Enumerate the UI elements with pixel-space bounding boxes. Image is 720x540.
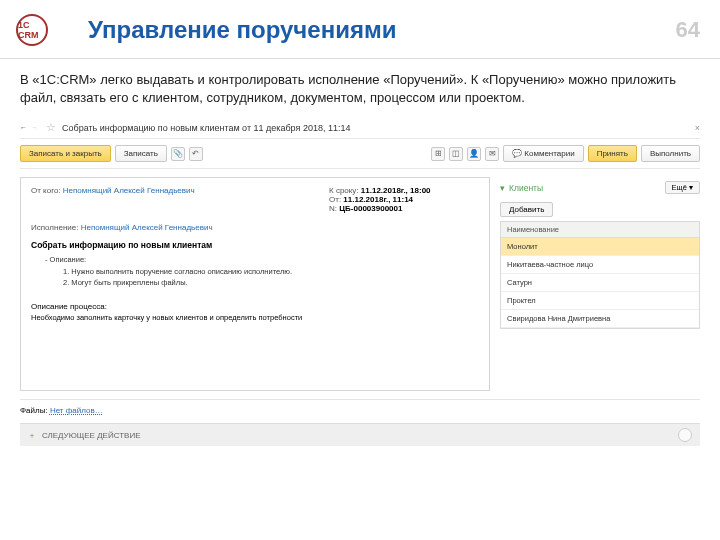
from-date-label: От: (329, 195, 341, 204)
relations-icon[interactable]: ◫ (449, 147, 463, 161)
footer-bar: ＋ СЛЕДУЮЩЕЕ ДЕЙСТВИЕ (20, 423, 700, 446)
clients-title: Клиенты (509, 183, 665, 193)
footer-status-icon[interactable] (678, 428, 692, 442)
num-value: ЦБ-00003900001 (339, 204, 402, 213)
clients-th: Наименование (501, 222, 699, 238)
close-icon[interactable]: × (695, 123, 700, 133)
num-label: N: (329, 204, 337, 213)
footer-label: СЛЕДУЮЩЕЕ ДЕЙСТВИЕ (42, 431, 141, 440)
table-row[interactable]: Никитаева-частное лицо (501, 256, 699, 274)
add-button[interactable]: Добавить (500, 202, 553, 217)
history-icon[interactable]: ↶ (189, 147, 203, 161)
toolbar: Записать и закрыть Записать 📎 ↶ ⊞ ◫ 👤 ✉ … (20, 139, 700, 169)
exec-label: Исполнение: (31, 223, 78, 232)
table-row[interactable]: Проктел (501, 292, 699, 310)
more-button[interactable]: Ещё ▾ (665, 181, 700, 194)
attach-icon[interactable]: 📎 (171, 147, 185, 161)
nav-back-icon[interactable]: ← (20, 124, 27, 131)
collapse-icon[interactable]: ▾ (500, 183, 505, 193)
process-label: Описание процесса: (31, 302, 479, 311)
table-row[interactable]: Монолит (501, 238, 699, 256)
separator (20, 399, 700, 400)
desc-label: - Описание: (45, 254, 479, 265)
task-card: От кого: Непомнящий Алексей Геннадьевич … (20, 177, 490, 391)
mail-icon[interactable]: ✉ (485, 147, 499, 161)
favorite-icon[interactable]: ☆ (46, 121, 56, 134)
clients-panel: ▾ Клиенты Ещё ▾ Добавить Наименование Мо… (500, 177, 700, 391)
files-link[interactable]: Нет файлов… (50, 406, 103, 415)
nav-forward-icon[interactable]: → (31, 124, 38, 131)
divider (0, 58, 720, 59)
logo: 1C CRM (16, 14, 48, 46)
page-title: Управление поручениями (88, 16, 676, 44)
plus-icon[interactable]: ＋ (28, 430, 36, 441)
task-subject: Собрать информацию по новым клиентам (31, 240, 479, 250)
window-title-bar: ← → ☆ Собрать информацию по новым клиент… (20, 117, 700, 139)
hierarchy-icon[interactable]: ⊞ (431, 147, 445, 161)
process-value: Необходимо заполнить карточку у новых кл… (31, 313, 479, 322)
deadline-value: 11.12.2018г., 18:00 (361, 186, 431, 195)
task-description: - Описание: 1. Нужно выполнить поручение… (45, 254, 479, 288)
comments-button[interactable]: 💬Комментарии (503, 145, 583, 162)
app-window: ← → ☆ Собрать информацию по новым клиент… (0, 117, 720, 456)
deadline-label: К сроку: (329, 186, 359, 195)
clients-table: Наименование Монолит Никитаева-частное л… (500, 221, 700, 329)
from-date-value: 11.12.2018г., 11:14 (343, 195, 413, 204)
desc-item: 1. Нужно выполнить поручение согласно оп… (63, 266, 479, 277)
main-content: От кого: Непомнящий Алексей Геннадьевич … (20, 169, 700, 391)
window-title: Собрать информацию по новым клиентам от … (62, 123, 350, 133)
accept-button[interactable]: Принять (588, 145, 637, 162)
save-close-button[interactable]: Записать и закрыть (20, 145, 111, 162)
exec-value[interactable]: Непомнящий Алексей Геннадьевич (81, 223, 213, 232)
contact-icon[interactable]: 👤 (467, 147, 481, 161)
page-number: 64 (676, 17, 700, 43)
page-header: 1C CRM Управление поручениями 64 (0, 0, 720, 54)
files-label: Файлы: (20, 406, 48, 415)
table-row[interactable]: Свиридова Нина Дмитриевна (501, 310, 699, 328)
save-button[interactable]: Записать (115, 145, 167, 162)
desc-item: 2. Могут быть прикреплены файлы. (63, 277, 479, 288)
table-row[interactable]: Сатурн (501, 274, 699, 292)
from-value[interactable]: Непомнящий Алексей Геннадьевич (63, 186, 195, 195)
execute-button[interactable]: Выполнить (641, 145, 700, 162)
files-row: Файлы: Нет файлов… (20, 404, 700, 417)
description-text: В «1С:CRM» легко выдавать и контролирова… (0, 67, 720, 117)
from-label: От кого: (31, 186, 61, 195)
